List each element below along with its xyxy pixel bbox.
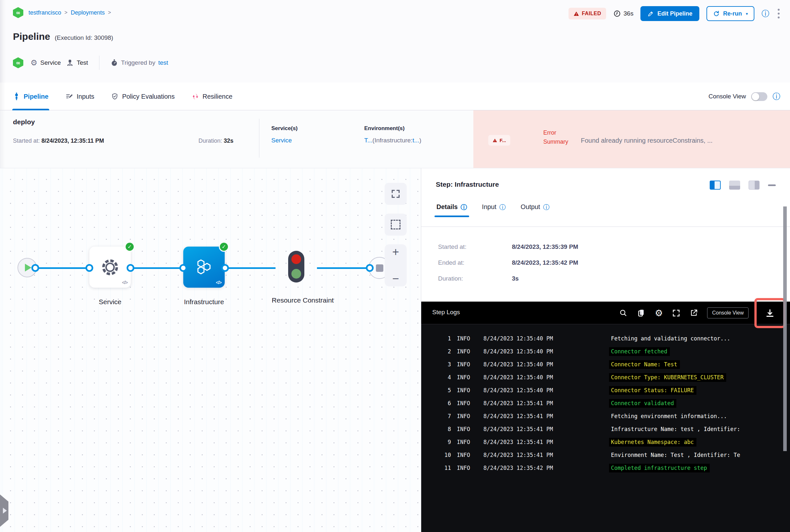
stage-name[interactable]: deploy <box>13 118 35 126</box>
console-view-button[interactable]: Console View <box>707 307 749 319</box>
gear-icon <box>99 256 121 278</box>
fullscreen-icon[interactable] <box>672 309 681 318</box>
total-duration: 36s <box>613 10 633 18</box>
search-icon[interactable] <box>619 309 627 317</box>
tab-output[interactable]: Output ⓘ <box>521 203 549 217</box>
breadcrumb-project-link[interactable]: testfrancisco <box>29 10 61 16</box>
connector-point <box>179 264 187 272</box>
stage-duration: Duration: 32s <box>199 137 234 144</box>
node-infrastructure[interactable]: </> <box>183 247 225 288</box>
log-settings-icon[interactable]: ⚙ <box>655 308 663 319</box>
gear-icon: ⚙ <box>31 58 38 67</box>
panel-layout-controls <box>710 180 776 190</box>
console-view-toggle[interactable] <box>751 92 767 101</box>
step-details-panel: Step: Infrastructure Details ⓘ Input ⓘ O… <box>421 168 790 532</box>
triggered-by-user-link[interactable]: test <box>158 59 168 66</box>
services-column: Service(s) Service <box>271 125 297 144</box>
pipeline-graph-canvas[interactable]: </> ✓ Service </> ✓ Infrastructure Resou… <box>0 168 421 532</box>
connector-line <box>130 267 183 269</box>
download-logs-icon[interactable] <box>765 308 775 319</box>
divider <box>421 227 790 227</box>
pipeline-icon <box>13 93 20 100</box>
breadcrumb-separator: > <box>65 10 67 16</box>
minimize-panel-button[interactable] <box>768 185 776 186</box>
console-view-label: Console View <box>709 93 746 100</box>
pipeline-execution-page: ∞ testfrancisco > Deployments > FAILED 3… <box>0 0 790 532</box>
expand-left-panel-button[interactable] <box>0 494 8 527</box>
environment-link[interactable]: T...(Infrastructure:t...) <box>364 137 421 144</box>
marquee-select-button[interactable] <box>385 213 407 235</box>
code-badge: </> <box>216 280 221 285</box>
node-service[interactable]: </> <box>89 247 131 288</box>
resilience-icon <box>192 93 199 100</box>
scrollbar-thumb[interactable] <box>783 207 787 451</box>
trigger-info: Triggered by test <box>110 59 168 66</box>
deployments-module-icon: ∞ <box>13 57 23 68</box>
tab-input[interactable]: Input ⓘ <box>482 203 506 217</box>
status-badge: FAILED <box>569 8 606 19</box>
divider <box>99 56 99 70</box>
title-row: Pipeline (Execution Id: 30098) <box>13 31 113 42</box>
copy-icon[interactable] <box>637 308 646 318</box>
tab-policy-evaluations[interactable]: Policy Evaluations <box>111 82 174 110</box>
info-icon[interactable]: ⓘ <box>461 204 467 210</box>
open-in-new-icon[interactable] <box>690 309 698 317</box>
edit-pipeline-button[interactable]: Edit Pipeline <box>640 6 699 21</box>
zoom-controls: + − <box>385 244 407 286</box>
green-light <box>291 269 301 279</box>
log-line: 5INFO8/24/2023 12:35:40 PMConnector Stat… <box>421 384 790 397</box>
log-line: 11INFO8/24/2023 12:35:42 PMCompleted inf… <box>421 461 790 474</box>
play-icon <box>25 264 32 271</box>
node-label: Resource Constraint <box>261 294 345 306</box>
stage-started-at: Started at: 8/24/2023, 12:35:11 PM <box>13 137 104 144</box>
step-logs-header: Step Logs ⚙ Console View <box>421 302 790 324</box>
success-check-icon: ✓ <box>219 242 229 252</box>
node-label: Infrastructure <box>168 296 240 308</box>
code-badge: </> <box>122 280 128 285</box>
node-label: Service <box>74 296 146 308</box>
info-icon[interactable]: ⓘ <box>499 204 506 210</box>
connector-line <box>35 267 89 269</box>
node-resource-constraint[interactable] <box>288 251 304 283</box>
zoom-out-button[interactable]: − <box>385 273 407 284</box>
tab-inputs[interactable]: Inputs <box>66 82 94 110</box>
error-summary-message[interactable]: Found already running resourceConstrains… <box>581 137 790 144</box>
step-logs-section: Step Logs ⚙ Console View <box>421 302 790 532</box>
log-line: 2INFO8/24/2023 12:35:40 PMConnector fetc… <box>421 345 790 358</box>
log-body[interactable]: 1INFO8/24/2023 12:35:40 PMFetching and v… <box>421 324 790 532</box>
more-options-menu[interactable] <box>776 7 781 20</box>
success-check-icon: ✓ <box>125 242 135 252</box>
zoom-in-button[interactable]: + <box>385 246 407 258</box>
rerun-button[interactable]: Re-run ▾ <box>706 6 754 21</box>
environment-entity[interactable]: Test <box>66 59 88 66</box>
tab-pipeline[interactable]: Pipeline <box>13 82 49 110</box>
console-view-control: Console View ⓘ <box>709 82 780 110</box>
red-light <box>291 254 301 264</box>
environments-column: Environment(s) T...(Infrastructure:t...) <box>364 125 421 144</box>
connector-point <box>127 264 134 272</box>
log-toolbar: ⚙ Console View <box>619 302 749 324</box>
page-title: Pipeline <box>13 31 50 42</box>
clock-icon <box>613 10 621 18</box>
tab-resilience[interactable]: Resilience <box>192 82 233 110</box>
info-icon[interactable]: ⓘ <box>773 93 780 100</box>
tab-details[interactable]: Details ⓘ <box>437 203 467 217</box>
entity-row: ∞ ⚙ Service Test Triggered by test <box>13 56 168 70</box>
chevron-right-icon <box>3 508 7 514</box>
info-icon[interactable]: ⓘ <box>543 204 549 210</box>
detail-row-ended: Ended at: 8/24/2023, 12:35:42 PM <box>438 259 578 266</box>
service-link[interactable]: Service <box>271 137 292 144</box>
error-status-badge: F... <box>488 135 510 146</box>
detail-row-started: Started at: 8/24/2023, 12:35:39 PM <box>438 243 578 250</box>
breadcrumb-deployments-link[interactable]: Deployments <box>71 10 105 16</box>
layout-right-panel-button[interactable] <box>749 180 759 190</box>
layout-vertical-split-button[interactable] <box>710 180 721 190</box>
hexagons-icon <box>194 257 214 278</box>
connector-point <box>86 264 93 272</box>
layout-horizontal-split-button[interactable] <box>729 180 740 190</box>
service-entity[interactable]: ⚙ Service <box>31 58 61 67</box>
fit-to-screen-button[interactable] <box>385 183 407 205</box>
step-details: Started at: 8/24/2023, 12:35:39 PM Ended… <box>438 243 578 291</box>
info-icon[interactable]: ⓘ <box>761 10 769 18</box>
log-line: 7INFO8/24/2023 12:35:41 PMFetching envir… <box>421 410 790 423</box>
